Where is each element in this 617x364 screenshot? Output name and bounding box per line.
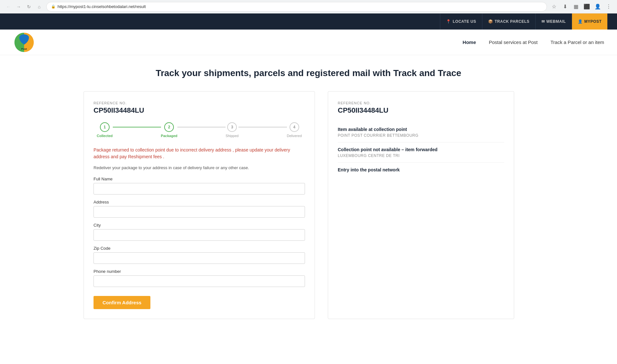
step-1-circle: 1 xyxy=(100,122,110,132)
tracking-event-3: Entry into the postal network xyxy=(338,163,504,178)
step-2: 2 Packaged xyxy=(161,122,177,138)
address-text: https://mypost1-lu.cinselsohbetodalari.n… xyxy=(58,4,146,9)
browser-chrome: ← → ↻ ⌂ 🔒 https://mypost1-lu.cinselsohbe… xyxy=(0,0,617,13)
event-1-location: Point POST Courrier BETTEMBOURG xyxy=(338,133,504,138)
confirm-address-button[interactable]: Confirm Address xyxy=(94,296,150,309)
step-3-circle: 3 xyxy=(227,122,237,132)
step-3-label: Shipped xyxy=(226,134,238,138)
event-2-title: Collection point not available – item fo… xyxy=(338,147,504,152)
mail-icon: ✉ xyxy=(541,19,545,24)
full-name-input[interactable] xyxy=(94,183,305,195)
redeliver-text: Redeliver your package to your address i… xyxy=(94,165,305,170)
forward-button[interactable]: → xyxy=(14,2,23,11)
left-ref-label: REFERENCE NO. xyxy=(94,101,305,105)
reload-button[interactable]: ↻ xyxy=(24,2,33,11)
main-nav-links: Home Postal services at Post Track a Par… xyxy=(463,39,604,45)
track-parcels-link[interactable]: 📦 TRacK PARCELS xyxy=(482,13,536,30)
alert-message: Package returned to collection point due… xyxy=(94,147,305,160)
locate-us-link[interactable]: 📍 LOCATE US xyxy=(440,13,482,30)
address-label: Address xyxy=(94,200,305,204)
city-input[interactable] xyxy=(94,229,305,241)
locate-us-label: LOCATE US xyxy=(453,19,476,24)
event-1-title: Item available at collection point xyxy=(338,127,504,132)
bookmark-icon[interactable]: ☆ xyxy=(550,2,559,11)
city-group: City xyxy=(94,223,305,241)
step-1: 1 Collected xyxy=(97,122,113,138)
right-ref-label: REFERENCE NO. xyxy=(338,101,504,105)
history-icon[interactable]: ▦ xyxy=(571,2,580,11)
back-button[interactable]: ← xyxy=(4,2,13,11)
step-1-label: Collected xyxy=(97,134,113,138)
home-button[interactable]: ⌂ xyxy=(35,2,44,11)
nav-home[interactable]: Home xyxy=(463,39,476,45)
left-panel: REFERENCE NO. CP50II34484LU 1 Collected … xyxy=(84,91,315,319)
main-nav: Post Home Postal services at Post Track … xyxy=(0,30,617,55)
page-content: Track your shipments, parcels and regist… xyxy=(0,55,617,364)
browser-nav-buttons: ← → ↻ ⌂ xyxy=(4,2,44,11)
city-label: City xyxy=(94,223,305,228)
user-icon: 👤 xyxy=(578,19,583,24)
address-bar[interactable]: 🔒 https://mypost1-lu.cinselsohbetodalari… xyxy=(46,2,547,12)
download-icon[interactable]: ⬇ xyxy=(560,2,569,11)
nav-track-parcel[interactable]: Track a Parcel or an item xyxy=(550,39,604,45)
track-parcels-label: TRacK PARCELS xyxy=(495,19,529,24)
step-2-circle: 2 xyxy=(164,122,174,132)
full-name-label: Full Name xyxy=(94,177,305,181)
step-3: 3 Shipped xyxy=(226,122,238,138)
profile-icon[interactable]: 👤 xyxy=(593,2,602,11)
right-ref-number: CP50II34484LU xyxy=(338,106,504,115)
tracking-event-2: Collection point not available – item fo… xyxy=(338,143,504,163)
zip-input[interactable] xyxy=(94,252,305,264)
mypost-button[interactable]: 👤 MyPost xyxy=(572,13,607,30)
address-group: Address xyxy=(94,200,305,218)
tracking-event-1: Item available at collection point Point… xyxy=(338,122,504,143)
right-panel: REFERENCE NO. CP50II34484LU Item availab… xyxy=(328,91,514,319)
step-2-label: Packaged xyxy=(161,134,177,138)
line-3-4 xyxy=(238,127,287,127)
post-logo: Post xyxy=(13,31,35,54)
webmail-link[interactable]: ✉ WEBMAIL xyxy=(536,13,572,30)
phone-input[interactable] xyxy=(94,275,305,287)
svg-text:Post: Post xyxy=(21,48,27,50)
browser-toolbar: ☆ ⬇ ▦ ⬛ 👤 ⋮ xyxy=(550,2,613,11)
two-column-layout: REFERENCE NO. CP50II34484LU 1 Collected … xyxy=(84,91,533,319)
nav-postal-services[interactable]: Postal services at Post xyxy=(489,39,538,45)
lock-icon: 🔒 xyxy=(51,4,56,9)
top-nav-bar: 📍 LOCATE US 📦 TRacK PARCELS ✉ WEBMAIL 👤 … xyxy=(0,13,617,30)
full-name-group: Full Name xyxy=(94,177,305,195)
parcel-icon: 📦 xyxy=(488,19,493,24)
line-2-3 xyxy=(177,127,226,127)
locate-icon: 📍 xyxy=(446,19,451,24)
left-ref-number: CP50II34484LU xyxy=(94,106,305,115)
phone-group: Phone number xyxy=(94,269,305,287)
mypost-label: MyPost xyxy=(584,19,602,24)
line-1-2 xyxy=(113,127,161,127)
step-4-circle: 4 xyxy=(290,122,299,132)
step-4: 4 Delivered xyxy=(287,122,302,138)
progress-tracker: 1 Collected 2 Packaged 3 Shipped xyxy=(94,122,305,138)
logo-container[interactable]: Post xyxy=(13,31,35,54)
phone-label: Phone number xyxy=(94,269,305,274)
event-2-location: LUXEMBOURG CENTRE DE TRI xyxy=(338,153,504,158)
event-3-title: Entry into the postal network xyxy=(338,167,504,172)
settings-icon[interactable]: ⋮ xyxy=(604,2,613,11)
address-input[interactable] xyxy=(94,206,305,218)
extensions-icon[interactable]: ⬛ xyxy=(582,2,591,11)
page-title: Track your shipments, parcels and regist… xyxy=(19,68,598,78)
webmail-label: WEBMAIL xyxy=(546,19,566,24)
zip-label: Zip Code xyxy=(94,246,305,251)
zip-group: Zip Code xyxy=(94,246,305,264)
step-4-label: Delivered xyxy=(287,134,302,138)
